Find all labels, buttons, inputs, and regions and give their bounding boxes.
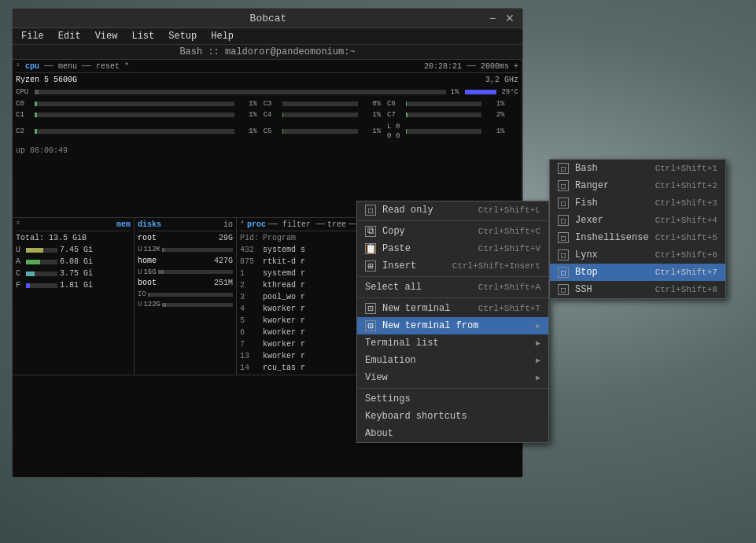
jexer-shortcut: Ctrl+Shift+4 bbox=[655, 216, 717, 225]
mem-c: C 3.75 Gi bbox=[16, 268, 131, 279]
ctx-insert-shortcut: Ctrl+Shift+Insert bbox=[452, 261, 540, 271]
ranger-shortcut: Ctrl+Shift+2 bbox=[655, 181, 717, 190]
ctx-settings-label: Settings bbox=[365, 393, 411, 404]
ranger-icon: ☐ bbox=[558, 180, 569, 191]
submenu-fish-label: Fish bbox=[575, 198, 598, 209]
ctx-copy[interactable]: ⧉ Copy Ctrl+Shift+C bbox=[357, 223, 548, 240]
ctx-emulation[interactable]: Emulation ▶ bbox=[357, 352, 548, 369]
btop-icon: ☐ bbox=[558, 267, 569, 278]
disk-root: root29G bbox=[138, 233, 233, 244]
disk-home: home427G bbox=[138, 256, 233, 267]
ctx-divider-4 bbox=[357, 388, 548, 389]
ctx-terminallist[interactable]: Terminal list ▶ bbox=[357, 334, 548, 352]
bash-bar: Bash :: maldoror@pandeomonium:~ bbox=[13, 45, 522, 60]
ctx-paste[interactable]: 📋 Paste Ctrl+Shift+V bbox=[357, 240, 548, 257]
cpu-name: Ryzen 5 5600G bbox=[16, 75, 77, 86]
title-bar: Bobcat − ✕ bbox=[13, 9, 522, 28]
submenu-ssh[interactable]: ☐ SSH Ctrl+Shift+8 bbox=[550, 281, 725, 298]
cpu-cores-row1: C0 1% C3 0% C6 1% bbox=[16, 98, 518, 110]
ctx-divider-3 bbox=[357, 297, 548, 298]
ctx-emulation-label: Emulation bbox=[365, 355, 416, 366]
disk-home-bar: U 16G bbox=[138, 268, 233, 278]
ctx-copy-label: Copy bbox=[382, 226, 405, 237]
context-menu: ☐ Read only Ctrl+Shift+L ⧉ Copy Ctrl+Shi… bbox=[356, 201, 549, 443]
ctx-newterminalfrom-label: New terminal from bbox=[382, 320, 478, 331]
fish-icon: ☐ bbox=[558, 198, 569, 209]
insert-icon: ⊞ bbox=[365, 260, 376, 272]
mem-header: ² mem bbox=[16, 220, 131, 231]
ctx-divider-1 bbox=[357, 220, 548, 221]
submenu-jexer[interactable]: ☐ Jexer Ctrl+Shift+4 bbox=[550, 212, 725, 229]
stats-top: ¹ cpu ── menu ── reset * 20:28:21 ── 200… bbox=[13, 60, 522, 218]
cpu-panel: ¹ cpu ── menu ── reset * 20:28:21 ── 200… bbox=[13, 60, 522, 217]
menu-list[interactable]: List bbox=[129, 30, 157, 42]
submenu-bash[interactable]: ☐ Bash Ctrl+Shift+1 bbox=[550, 160, 725, 177]
submenu-btop[interactable]: ☐ Btop Ctrl+Shift+7 bbox=[550, 264, 725, 281]
submenu-inshellisense[interactable]: ☐ Inshellisense Ctrl+Shift+5 bbox=[550, 229, 725, 246]
emulation-arrow: ▶ bbox=[536, 356, 540, 365]
ctx-newterminal[interactable]: ⊡ New terminal Ctrl+Shift+T bbox=[357, 300, 548, 317]
disk-root-bar: U 112K bbox=[138, 245, 233, 255]
cpu-header: ¹ cpu ── menu ── reset * 20:28:21 ── 200… bbox=[16, 61, 518, 73]
menu-edit[interactable]: Edit bbox=[56, 30, 83, 42]
submenu-bash-label: Bash bbox=[575, 163, 598, 174]
submenu-btop-label: Btop bbox=[575, 267, 598, 278]
uptime: up 08:00:49 bbox=[16, 146, 518, 157]
ctx-terminallist-label: Terminal list bbox=[365, 338, 439, 349]
menu-file[interactable]: File bbox=[19, 30, 46, 42]
ctx-newterminalfrom[interactable]: ⊡ New terminal from ▶ bbox=[357, 317, 548, 334]
newterminal-icon: ⊡ bbox=[365, 303, 376, 314]
ctx-copy-shortcut: Ctrl+Shift+C bbox=[478, 227, 540, 236]
mem-f: F 1.81 Gi bbox=[16, 280, 131, 291]
lynx-icon: ☐ bbox=[558, 249, 569, 260]
submenu-inshellisense-label: Inshellisense bbox=[575, 232, 649, 243]
submenu-jexer-label: Jexer bbox=[575, 215, 603, 226]
newterminalfrom-icon: ⊡ bbox=[365, 320, 376, 331]
menu-help[interactable]: Help bbox=[208, 30, 236, 42]
ctx-settings[interactable]: Settings bbox=[357, 390, 548, 408]
ctx-about-label: About bbox=[365, 428, 393, 439]
inshellisense-icon: ☐ bbox=[558, 232, 569, 243]
ctx-view[interactable]: View ▶ bbox=[357, 369, 548, 386]
ctx-selectall-shortcut: Ctrl+Shift+A bbox=[478, 283, 540, 292]
cpu-label: cpu bbox=[25, 61, 39, 72]
ctx-selectall-label: Select all bbox=[365, 282, 422, 293]
cpu-cores-row3: C2 1% C5 1% L 0 0 0 1% bbox=[16, 121, 518, 142]
ctx-paste-label: Paste bbox=[382, 243, 411, 254]
ctx-readonly-shortcut: Ctrl+Shift+L bbox=[478, 205, 540, 215]
copy-icon: ⧉ bbox=[365, 226, 376, 237]
ctx-keyboard-shortcuts-label: Keyboard shortcuts bbox=[365, 411, 467, 422]
close-button[interactable]: ✕ bbox=[503, 12, 516, 24]
menu-bar: File Edit View List Setup Help bbox=[13, 28, 522, 45]
cpu-overall-bar: CPU 1% 29°C bbox=[16, 87, 518, 98]
ctx-paste-shortcut: Ctrl+Shift+V bbox=[478, 244, 540, 253]
ctx-view-label: View bbox=[365, 372, 388, 383]
ctx-readonly[interactable]: ☐ Read only Ctrl+Shift+L bbox=[357, 201, 548, 219]
title-bar-controls: − ✕ bbox=[486, 12, 516, 24]
disk-header: disks io bbox=[138, 220, 233, 231]
minimize-button[interactable]: − bbox=[486, 12, 499, 24]
ctx-keyboard-shortcuts[interactable]: Keyboard shortcuts bbox=[357, 408, 548, 425]
submenu-ranger[interactable]: ☐ Ranger Ctrl+Shift+2 bbox=[550, 177, 725, 194]
disk-u-bar: U 122G bbox=[138, 300, 233, 310]
menu-setup[interactable]: Setup bbox=[166, 30, 199, 42]
submenu-lynx[interactable]: ☐ Lynx Ctrl+Shift+6 bbox=[550, 246, 725, 264]
ctx-newterminal-label: New terminal bbox=[382, 303, 450, 314]
cpu-cores-row2: C1 1% C4 1% C7 2% bbox=[16, 109, 518, 121]
submenu-lynx-label: Lynx bbox=[575, 249, 598, 260]
cpu-info: Ryzen 5 5600G 3,2 GHz bbox=[16, 75, 518, 86]
ctx-selectall[interactable]: Select all Ctrl+Shift+A bbox=[357, 279, 548, 296]
mem-label: mem bbox=[116, 220, 131, 231]
menu-view[interactable]: View bbox=[93, 30, 120, 42]
ctx-insert[interactable]: ⊞ Insert Ctrl+Shift+Insert bbox=[357, 257, 548, 275]
view-arrow: ▶ bbox=[536, 373, 540, 382]
disk-boot: boot251M bbox=[138, 278, 233, 289]
submenu: ☐ Bash Ctrl+Shift+1 ☐ Ranger Ctrl+Shift+… bbox=[549, 159, 726, 299]
fish-shortcut: Ctrl+Shift+3 bbox=[655, 198, 717, 208]
jexer-icon: ☐ bbox=[558, 215, 569, 226]
ctx-about[interactable]: About bbox=[357, 425, 548, 442]
ssh-shortcut: Ctrl+Shift+8 bbox=[655, 285, 717, 294]
submenu-fish[interactable]: ☐ Fish Ctrl+Shift+3 bbox=[550, 194, 725, 212]
btop-shortcut: Ctrl+Shift+7 bbox=[655, 268, 717, 277]
newterminalfrom-arrow: ▶ bbox=[536, 321, 540, 331]
